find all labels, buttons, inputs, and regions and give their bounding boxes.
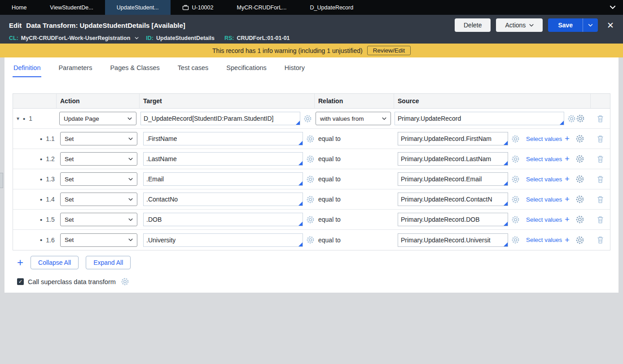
gear-icon[interactable] xyxy=(303,114,312,123)
tab-label: U-10002 xyxy=(192,4,214,11)
plus-icon: + xyxy=(565,236,570,244)
target-input[interactable]: .FirstName xyxy=(143,132,303,145)
select-values-link[interactable]: Select values + xyxy=(526,135,570,143)
gear-icon[interactable] xyxy=(576,114,585,123)
action-select[interactable]: Set xyxy=(60,152,137,166)
source-value: Primary.UpdateRecord.LastNam xyxy=(401,155,491,162)
gear-icon[interactable] xyxy=(575,134,584,143)
trash-icon[interactable] xyxy=(597,155,604,163)
ruleset-value: CRUDForL:01-01-01 xyxy=(237,35,290,41)
source-input[interactable]: Primary.UpdateRecord.DOB xyxy=(398,213,508,226)
action-select[interactable]: Set xyxy=(60,213,137,226)
row-number: 1.2 xyxy=(46,155,54,162)
gear-icon[interactable] xyxy=(306,195,315,204)
trash-icon[interactable] xyxy=(597,216,604,224)
gear-icon[interactable] xyxy=(306,175,315,184)
select-values-link[interactable]: Select values + xyxy=(526,155,570,163)
tab-label: ViewStudentDe... xyxy=(50,4,93,11)
left-panel-handle[interactable] xyxy=(0,173,3,188)
collapse-caret-icon[interactable]: ▾ xyxy=(17,115,19,122)
add-row-button[interactable]: + xyxy=(17,257,23,268)
select-values-link[interactable]: Select values + xyxy=(526,195,570,203)
relation-select[interactable]: with values from xyxy=(316,112,391,125)
superclass-checkbox[interactable]: ✓ xyxy=(17,278,24,285)
trash-icon[interactable] xyxy=(597,135,604,143)
actions-button[interactable]: Actions xyxy=(496,18,543,32)
action-select[interactable]: Set xyxy=(60,193,137,206)
gear-icon[interactable] xyxy=(575,195,584,204)
class-value[interactable]: MyCR-CRUDForL-Work-UserRegistration xyxy=(21,35,131,41)
action-select[interactable]: Update Page xyxy=(59,112,136,125)
transform-row-1-5: • 1.5 Set .DOB equal to xyxy=(13,210,610,230)
tab-history[interactable]: History xyxy=(284,60,306,77)
trash-icon[interactable] xyxy=(597,115,604,123)
gear-icon[interactable] xyxy=(306,135,315,143)
tab-overflow-button[interactable] xyxy=(602,0,623,15)
source-input[interactable]: Primary.UpdateRecord.FirstNam xyxy=(398,132,508,145)
gear-icon[interactable] xyxy=(511,215,520,224)
source-input[interactable]: Primary.UpdateRecord.LastNam xyxy=(398,152,508,166)
action-select[interactable]: Set xyxy=(60,233,137,247)
source-value: Primary.UpdateRecord xyxy=(398,115,461,122)
chevron-down-icon xyxy=(128,137,133,140)
row-number: 1.5 xyxy=(46,216,54,223)
tab-definition[interactable]: Definition xyxy=(13,60,41,77)
gear-icon[interactable] xyxy=(511,135,520,143)
gear-icon[interactable] xyxy=(511,175,520,184)
select-values-link[interactable]: Select values + xyxy=(526,215,570,224)
action-select[interactable]: Set xyxy=(60,132,137,145)
gear-icon[interactable] xyxy=(121,277,129,286)
source-input[interactable]: Primary.UpdateRecord.Universit xyxy=(398,233,508,247)
gear-icon[interactable] xyxy=(306,215,315,224)
action-select[interactable]: Set xyxy=(60,172,137,186)
target-input[interactable]: D_UpdateRecord[StudentID:Param.StudentID… xyxy=(140,112,300,125)
tab-pages-classes[interactable]: Pages & Classes xyxy=(109,60,160,77)
source-input[interactable]: Primary.UpdateRecord.ContactN xyxy=(398,193,508,206)
close-icon[interactable]: ✕ xyxy=(607,21,614,30)
tab-test-cases[interactable]: Test cases xyxy=(177,60,210,77)
trash-icon[interactable] xyxy=(597,196,604,203)
top-tab-updatestudentdetails[interactable]: UpdateStudent... xyxy=(105,0,171,15)
target-input[interactable]: .DOB xyxy=(143,213,303,226)
source-input[interactable]: Primary.UpdateRecord.Email xyxy=(398,172,508,186)
select-values-link[interactable]: Select values + xyxy=(526,175,570,183)
target-value: .University xyxy=(146,237,175,244)
gear-icon[interactable] xyxy=(306,155,315,163)
top-tab-viewstudentdetails[interactable]: ViewStudentDe... xyxy=(38,0,105,15)
gear-icon[interactable] xyxy=(306,236,315,244)
save-button[interactable]: Save xyxy=(548,18,583,32)
gear-icon[interactable] xyxy=(575,154,584,163)
target-input[interactable]: .University xyxy=(143,233,303,247)
select-values-link[interactable]: Select values + xyxy=(526,236,570,244)
trash-icon[interactable] xyxy=(597,175,604,183)
gear-icon[interactable] xyxy=(575,215,584,224)
top-tab-home[interactable]: Home xyxy=(0,0,38,15)
gear-icon[interactable] xyxy=(575,236,584,245)
action-select-value: Set xyxy=(65,196,128,203)
target-input[interactable]: .Email xyxy=(143,172,303,186)
relation-text: equal to xyxy=(318,216,341,223)
trash-icon[interactable] xyxy=(597,236,604,244)
tab-label: D_UpdateRecord xyxy=(310,4,354,11)
save-dropdown-button[interactable] xyxy=(583,18,598,32)
gear-icon[interactable] xyxy=(575,175,584,184)
chevron-down-icon[interactable] xyxy=(135,37,139,39)
gear-icon[interactable] xyxy=(511,195,520,204)
target-input[interactable]: .LastName xyxy=(143,152,303,166)
top-tab-mycr-crudforl[interactable]: MyCR-CRUDForL... xyxy=(225,0,298,15)
source-input[interactable]: Primary.UpdateRecord xyxy=(395,112,564,125)
tab-specifications[interactable]: Specifications xyxy=(225,60,267,77)
transform-row-1-3: • 1.3 Set .Email equal to xyxy=(13,169,610,189)
top-tab-d-updaterecord[interactable]: D_UpdateRecord xyxy=(298,0,365,15)
delete-button[interactable]: Delete xyxy=(455,18,491,32)
collapse-all-button[interactable]: Collapse All xyxy=(31,256,79,269)
gear-icon[interactable] xyxy=(511,155,520,163)
target-input[interactable]: .ContactNo xyxy=(143,193,303,206)
gear-icon[interactable] xyxy=(567,114,576,123)
review-edit-button[interactable]: Review/Edit xyxy=(367,46,411,55)
tab-parameters[interactable]: Parameters xyxy=(57,60,93,77)
gear-icon[interactable] xyxy=(511,236,520,244)
transform-row-1-2: • 1.2 Set .LastName equal to xyxy=(13,149,610,169)
top-tab-case-u10002[interactable]: U-10002 xyxy=(171,0,225,15)
expand-all-button[interactable]: Expand All xyxy=(86,256,131,269)
